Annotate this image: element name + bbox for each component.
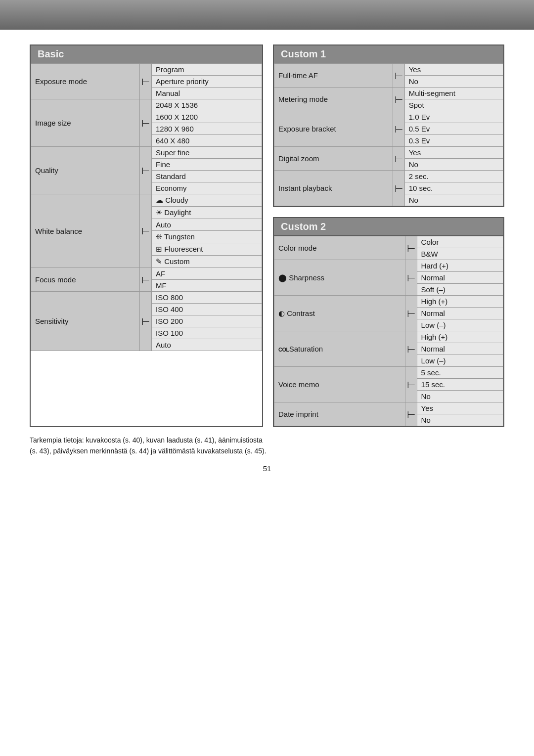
basic-table: Basic Exposure mode ⊢ Program Aperture p… bbox=[30, 44, 263, 427]
connector-cell: ⊢ bbox=[393, 171, 404, 206]
connector-cell: ⊢ bbox=[405, 367, 417, 402]
label-cell: Color mode bbox=[274, 236, 405, 260]
table-row: COLSaturation ⊢ High (+) bbox=[274, 331, 503, 343]
connector-cell: ⊢ bbox=[140, 99, 152, 147]
tree-icon: ⊢ bbox=[141, 274, 150, 285]
option-cell: Economy bbox=[152, 182, 262, 194]
label-cell: Digital zoom bbox=[274, 147, 393, 171]
table-row: Voice memo ⊢ 5 sec. bbox=[274, 367, 503, 379]
label-cell: ◐ Contrast bbox=[274, 296, 405, 331]
page-number: 51 bbox=[30, 464, 504, 473]
tree-icon: ⊢ bbox=[141, 225, 150, 236]
tree-icon: ⊢ bbox=[407, 344, 415, 355]
label-cell: Focus mode bbox=[31, 268, 140, 292]
tree-icon: ⊢ bbox=[395, 94, 403, 105]
option-cell: 5 sec. bbox=[417, 367, 503, 379]
table-row: Focus mode ⊢ AF bbox=[31, 268, 262, 280]
option-cell: ISO 200 bbox=[152, 315, 262, 327]
table-row: ◐ Contrast ⊢ High (+) bbox=[274, 296, 503, 308]
option-cell: Auto bbox=[152, 219, 262, 231]
option-cell: 10 sec. bbox=[404, 182, 503, 194]
page-header bbox=[0, 0, 534, 30]
table-row: ⬤ Sharpness ⊢ Hard (+) bbox=[274, 260, 503, 272]
option-cell: AF bbox=[152, 268, 262, 280]
connector-cell: ⊢ bbox=[393, 147, 404, 171]
option-cell: 2 sec. bbox=[404, 171, 503, 182]
right-column: Custom 1 Full-time AF ⊢ Yes No bbox=[273, 44, 504, 427]
option-cell: ISO 800 bbox=[152, 292, 262, 304]
tree-icon: ⊢ bbox=[141, 316, 150, 327]
table-row: Color mode ⊢ Color bbox=[274, 236, 503, 248]
label-cell: COLSaturation bbox=[274, 331, 405, 367]
connector-cell: ⊢ bbox=[405, 402, 417, 426]
option-cell: 1.0 Ev bbox=[404, 111, 503, 123]
label-cell: Sensitivity bbox=[31, 292, 140, 351]
option-cell: ⊞ Fluorescent bbox=[152, 243, 262, 256]
connector-cell: ⊢ bbox=[140, 292, 152, 351]
option-cell: Yes bbox=[404, 147, 503, 159]
connector-cell: ⊢ bbox=[405, 331, 417, 367]
option-cell: Spot bbox=[404, 99, 503, 111]
option-cell: Multi-segment bbox=[404, 88, 503, 99]
connector-cell: ⊢ bbox=[140, 268, 152, 292]
option-cell: No bbox=[404, 76, 503, 88]
label-cell: ⬤ Sharpness bbox=[274, 260, 405, 296]
option-cell: Program bbox=[152, 64, 262, 76]
table-row: Metering mode ⊢ Multi-segment bbox=[274, 88, 503, 99]
connector-cell: ⊢ bbox=[140, 194, 152, 268]
table-row: Exposure mode ⊢ Program bbox=[31, 64, 262, 76]
option-cell: 1600 X 1200 bbox=[152, 111, 262, 123]
option-cell: 0.3 Ev bbox=[404, 135, 503, 147]
option-cell: Soft (–) bbox=[417, 284, 503, 296]
label-cell: Image size bbox=[31, 99, 140, 147]
tree-icon: ⊢ bbox=[407, 308, 415, 319]
option-cell: ISO 400 bbox=[152, 304, 262, 315]
option-cell: Normal bbox=[417, 308, 503, 319]
custom1-table: Custom 1 Full-time AF ⊢ Yes No bbox=[273, 44, 504, 207]
option-cell: Auto bbox=[152, 339, 262, 351]
basic-title: Basic bbox=[31, 45, 262, 63]
caption-text: Tarkempia tietoja: kuvakoosta (s. 40), k… bbox=[30, 435, 267, 456]
option-cell: Fine bbox=[152, 159, 262, 171]
option-cell: Hard (+) bbox=[417, 260, 503, 272]
connector-cell: ⊢ bbox=[393, 64, 404, 88]
label-cell: Exposure mode bbox=[31, 64, 140, 99]
option-cell: No bbox=[417, 391, 503, 402]
table-row: Date imprint ⊢ Yes bbox=[274, 402, 503, 414]
table-row: Instant playback ⊢ 2 sec. bbox=[274, 171, 503, 182]
option-cell: B&W bbox=[417, 248, 503, 260]
option-cell: 2048 X 1536 bbox=[152, 99, 262, 111]
tree-icon: ⊢ bbox=[407, 243, 415, 254]
option-cell: Low (–) bbox=[417, 355, 503, 367]
option-cell: High (+) bbox=[417, 296, 503, 308]
option-cell: No bbox=[404, 159, 503, 171]
option-cell: ISO 100 bbox=[152, 327, 262, 339]
option-cell: Normal bbox=[417, 272, 503, 284]
option-cell: 15 sec. bbox=[417, 379, 503, 391]
option-cell: Aperture priority bbox=[152, 76, 262, 88]
label-cell: Date imprint bbox=[274, 402, 405, 426]
connector-cell: ⊢ bbox=[405, 296, 417, 331]
connector-cell: ⊢ bbox=[405, 260, 417, 296]
option-cell: Super fine bbox=[152, 147, 262, 159]
tree-icon: ⊢ bbox=[141, 118, 150, 129]
option-cell: 640 X 480 bbox=[152, 135, 262, 147]
custom2-title: Custom 2 bbox=[274, 218, 503, 236]
connector-cell: ⊢ bbox=[405, 236, 417, 260]
label-cell: Full-time AF bbox=[274, 64, 393, 88]
option-cell: Yes bbox=[417, 402, 503, 414]
option-cell: ☁ Cloudy bbox=[152, 194, 262, 207]
tree-icon: ⊢ bbox=[395, 183, 403, 194]
tree-icon: ⊢ bbox=[407, 272, 415, 283]
option-cell: Normal bbox=[417, 343, 503, 355]
option-cell: Manual bbox=[152, 88, 262, 99]
option-cell: No bbox=[417, 414, 503, 426]
option-cell: 0.5 Ev bbox=[404, 123, 503, 135]
label-cell: Instant playback bbox=[274, 171, 393, 206]
option-cell: Low (–) bbox=[417, 319, 503, 331]
option-cell: ☀ Daylight bbox=[152, 207, 262, 219]
option-cell: Standard bbox=[152, 171, 262, 182]
tree-icon: ⊢ bbox=[395, 124, 403, 134]
connector-cell: ⊢ bbox=[393, 111, 404, 147]
label-cell: Metering mode bbox=[274, 88, 393, 111]
